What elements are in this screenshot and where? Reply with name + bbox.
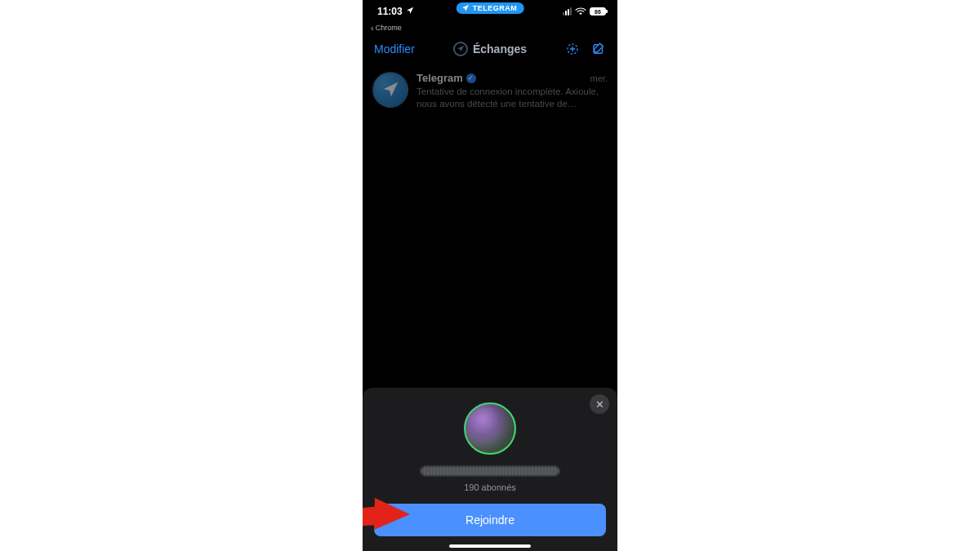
edit-button[interactable]: Modifier [374,42,415,56]
battery-icon: 86 [590,7,606,16]
telegram-avatar-icon [372,72,408,108]
status-left: 11:03 [377,6,414,17]
subscribers-count: 190 abonnés [464,482,516,492]
join-button[interactable]: Rejoindre [374,504,606,536]
pill-label: TELEGRAM [473,4,518,12]
status-time: 11:03 [377,6,403,17]
chat-timestamp: mer. [590,73,608,83]
join-button-label: Rejoindre [466,513,514,527]
compose-icon[interactable] [591,42,606,56]
wifi-icon [575,7,586,16]
back-to-app-breadcrumb[interactable]: ‹ Chrome [363,23,617,33]
nav-title-text: Échanges [473,42,527,56]
verified-badge-icon: ✓ [466,73,476,83]
close-icon: ✕ [595,398,604,411]
breadcrumb-app-label: Chrome [376,24,402,32]
chat-preview: Tentative de connexion incomplète. Axiou… [416,86,608,110]
channel-avatar [464,402,516,455]
status-right: 86 [563,7,606,16]
nav-bar: Modifier Échanges [363,33,617,65]
close-button[interactable]: ✕ [590,394,609,414]
status-bar: 11:03 TELEGRAM 86 [363,0,617,23]
telegram-logo-icon [453,42,468,56]
chat-row-telegram[interactable]: Telegram ✓ mer. Tentative de connexion i… [363,65,617,117]
channel-name-redacted [421,466,559,476]
activity-pill[interactable]: TELEGRAM [457,2,524,14]
location-icon [406,6,414,17]
home-indicator[interactable] [449,544,531,548]
phone-frame: 11:03 TELEGRAM 86 [363,0,617,551]
battery-percent: 86 [595,9,601,15]
join-channel-sheet: ✕ 190 abonnés Rejoindre [363,388,617,551]
chat-title: Telegram [416,72,463,84]
cellular-icon [563,7,572,16]
new-channel-icon[interactable] [565,42,580,56]
chevron-left-icon: ‹ [371,24,374,33]
nav-title: Échanges [453,42,527,56]
